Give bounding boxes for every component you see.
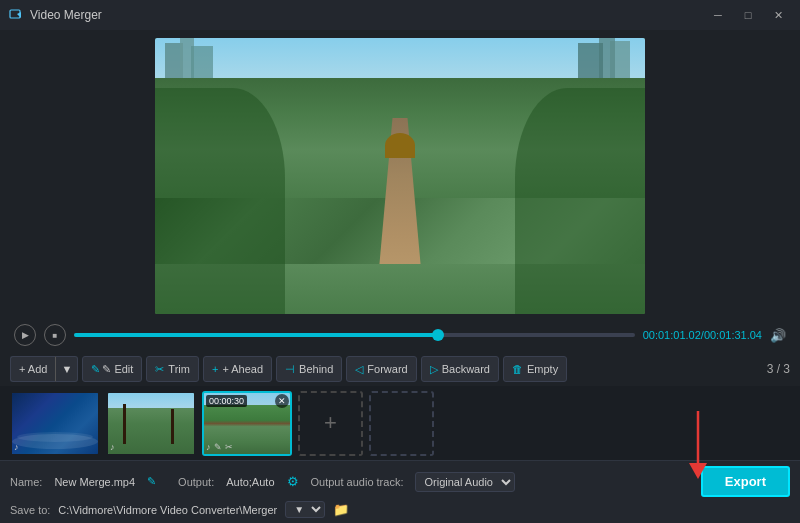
video-preview	[155, 38, 645, 314]
name-value: New Merge.mp4	[54, 476, 135, 488]
time-display: 00:01:01.02/00:01:31.04	[643, 329, 762, 341]
clip-item-1[interactable]: ♪	[10, 391, 100, 456]
backward-label: Backward	[442, 363, 490, 375]
backward-icon: ▷	[430, 363, 438, 376]
save-path-dropdown[interactable]: ▼	[285, 501, 325, 518]
clip-3-close[interactable]: ✕	[275, 394, 289, 408]
name-label: Name:	[10, 476, 42, 488]
svg-marker-1	[17, 12, 21, 18]
minimize-button[interactable]: ─	[704, 4, 732, 26]
behind-icon: ⊣	[285, 363, 295, 376]
save-label: Save to:	[10, 504, 50, 516]
bottom-bar: Name: New Merge.mp4 ✎ Output: Auto;Auto …	[0, 460, 800, 523]
bottom-row-1: Name: New Merge.mp4 ✎ Output: Auto;Auto …	[10, 466, 790, 497]
progress-thumb	[432, 329, 444, 341]
name-edit-icon[interactable]: ✎	[147, 475, 156, 488]
stop-button[interactable]: ■	[44, 324, 66, 346]
output-label: Output:	[178, 476, 214, 488]
clip-3-sound-icon: ♪	[206, 442, 211, 452]
progress-fill	[74, 333, 438, 337]
current-time: 00:01:01.02	[643, 329, 701, 341]
save-path: C:\Vidmore\Vidmore Video Converter\Merge…	[58, 504, 277, 516]
volume-icon[interactable]: 🔊	[770, 328, 786, 343]
bottom-row-2: Save to: C:\Vidmore\Vidmore Video Conver…	[10, 501, 790, 518]
main-content: ▶ ■ 00:01:01.02/00:01:31.04 🔊 + Add ▼ ✎ …	[0, 30, 800, 523]
empty-button[interactable]: 🗑 Empty	[503, 356, 567, 382]
add-dropdown-button[interactable]: ▼	[55, 356, 78, 382]
add-button[interactable]: + Add	[10, 356, 55, 382]
clip-1-sound-icon: ♪	[14, 442, 19, 452]
forward-button[interactable]: ◁ Forward	[346, 356, 416, 382]
trim-label: Trim	[168, 363, 190, 375]
trim-button[interactable]: ✂ Trim	[146, 356, 199, 382]
clip-3-edit-icon: ✎	[214, 442, 222, 452]
clip-count: 3 / 3	[767, 362, 790, 376]
clip-3-duration: 00:00:30	[206, 395, 247, 407]
trash-icon: 🗑	[512, 363, 523, 375]
clip-2-sound-icon: ♪	[110, 442, 115, 452]
maximize-button[interactable]: □	[734, 4, 762, 26]
progress-bar[interactable]	[74, 333, 635, 337]
window-controls: ─ □ ✕	[704, 4, 792, 26]
edit-button[interactable]: ✎ ✎ Edit	[82, 356, 142, 382]
audio-track-select[interactable]: Original Audio	[415, 472, 515, 492]
clip-3-cut-icon: ✂	[225, 442, 233, 452]
edit-icon: ✎	[91, 363, 100, 376]
app-icon	[8, 7, 24, 23]
total-time: 00:01:31.04	[704, 329, 762, 341]
audio-label: Output audio track:	[311, 476, 404, 488]
title-bar: Video Merger ─ □ ✕	[0, 0, 800, 30]
forward-icon: ◁	[355, 363, 363, 376]
video-area	[0, 30, 800, 318]
timeline-area: ▶ ■ 00:01:01.02/00:01:31.04 🔊	[0, 318, 800, 352]
folder-icon[interactable]: 📁	[333, 502, 349, 517]
ahead-button[interactable]: + + Ahead	[203, 356, 272, 382]
export-button[interactable]: Export	[701, 466, 790, 497]
clip-placeholder	[369, 391, 434, 456]
toolbar: + Add ▼ ✎ ✎ Edit ✂ Trim + + Ahead ⊣ Behi…	[0, 352, 800, 386]
behind-label: Behind	[299, 363, 333, 375]
close-button[interactable]: ✕	[764, 4, 792, 26]
behind-button[interactable]: ⊣ Behind	[276, 356, 342, 382]
app-title: Video Merger	[30, 8, 704, 22]
play-button[interactable]: ▶	[14, 324, 36, 346]
clip-2-icons: ♪	[110, 442, 115, 452]
clip-area: ♪ ♪ 00:00:30 ✕ ♪ ✎ ✂	[0, 386, 800, 460]
edit-label: ✎ Edit	[102, 363, 133, 376]
clip-3-icons: ♪ ✎ ✂	[206, 442, 233, 452]
bottom-right: Export	[701, 466, 790, 497]
forward-label: Forward	[367, 363, 407, 375]
clip-item-3[interactable]: 00:00:30 ✕ ♪ ✎ ✂	[202, 391, 292, 456]
empty-label: Empty	[527, 363, 558, 375]
add-clip-button[interactable]: +	[298, 391, 363, 456]
clip-thumb-1	[12, 393, 98, 454]
output-value: Auto;Auto	[226, 476, 274, 488]
clip-thumb-2	[108, 393, 194, 454]
ahead-label: + Ahead	[222, 363, 263, 375]
clip-1-icons: ♪	[14, 442, 19, 452]
output-gear-icon[interactable]: ⚙	[287, 474, 299, 489]
scissors-icon: ✂	[155, 363, 164, 376]
add-group: + Add ▼	[10, 356, 78, 382]
clip-item-2[interactable]: ♪	[106, 391, 196, 456]
backward-button[interactable]: ▷ Backward	[421, 356, 499, 382]
ahead-icon: +	[212, 363, 218, 375]
